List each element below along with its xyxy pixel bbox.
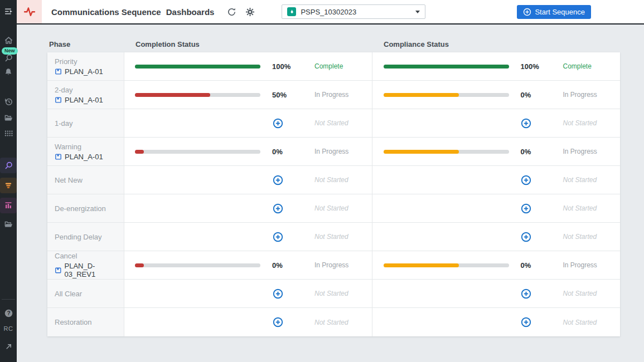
- sidebar-item-filter-tool[interactable]: [0, 178, 17, 193]
- phase-label: Warning: [55, 143, 124, 151]
- status-label: Not Started: [563, 176, 597, 184]
- completion-progress-bar: [135, 65, 260, 69]
- event-flame-icon: [287, 7, 296, 16]
- status-label: Not Started: [314, 176, 348, 184]
- plan-link[interactable]: PLAN_A-01: [55, 153, 124, 161]
- percent-label: 0%: [521, 91, 531, 99]
- plus-circle-icon: [521, 317, 531, 327]
- add-status-button[interactable]: [521, 317, 532, 328]
- phase-cell: 2-day PLAN_A-01: [47, 81, 124, 109]
- table-row: 2-day PLAN_A-01 50%: [47, 81, 620, 109]
- status-label: In Progress: [314, 91, 348, 99]
- sidebar-item-history[interactable]: [0, 95, 17, 108]
- table-row: De-energization: [47, 194, 620, 223]
- gear-icon: [245, 7, 255, 17]
- status-label: Not Started: [314, 319, 348, 326]
- add-status-button[interactable]: [272, 118, 283, 129]
- sidebar-item-files[interactable]: [0, 111, 17, 124]
- page-name: Dashboards: [166, 7, 215, 17]
- plus-circle-icon: [273, 232, 283, 242]
- plan-link[interactable]: PLAN_A-01: [55, 96, 124, 104]
- status-label: Not Started: [563, 204, 597, 212]
- completion-progress-bar: [135, 150, 260, 154]
- sidebar-item-apps[interactable]: [0, 126, 17, 140]
- status-label: Not Started: [314, 204, 348, 212]
- app-name: Communications Sequence: [51, 7, 161, 17]
- completion-progress-bar: [135, 178, 260, 182]
- search-icon: [4, 53, 13, 63]
- plus-circle-icon: [273, 175, 283, 185]
- compliance-cell: Not Started: [372, 194, 621, 222]
- add-status-button[interactable]: [521, 288, 532, 299]
- phase-cell: Cancel PLAN_D-03_REV1: [47, 251, 124, 279]
- sidebar-expand-button[interactable]: [0, 4, 17, 18]
- completion-progress-bar: [135, 121, 260, 125]
- plan-link[interactable]: PLAN_A-01: [55, 67, 124, 76]
- plan-link[interactable]: PLAN_D-03_REV1: [55, 262, 124, 278]
- sidebar-item-external-link[interactable]: [0, 340, 17, 353]
- projects-folder-icon: [4, 219, 13, 229]
- sidebar-item-analytics[interactable]: [0, 198, 17, 213]
- home-icon: [4, 36, 13, 45]
- sidebar-item-notifications[interactable]: [0, 65, 17, 79]
- start-sequence-label: Start Sequence: [535, 8, 585, 16]
- add-status-button[interactable]: [521, 203, 532, 214]
- add-status-button[interactable]: [272, 317, 283, 328]
- sidebar-item-help[interactable]: ?: [0, 306, 17, 320]
- sidebar-expand-icon: [4, 7, 13, 16]
- completion-progress-bar: [135, 292, 260, 296]
- compliance-progress-bar: [384, 178, 509, 182]
- column-header-compliance: Compliance Status: [384, 40, 449, 48]
- completion-cell: 100% Complete: [124, 52, 372, 80]
- sidebar-item-projects[interactable]: [0, 217, 17, 231]
- plan-label: PLAN_A-01: [65, 96, 103, 104]
- sidebar-item-home[interactable]: [0, 33, 17, 47]
- compliance-cell: 0% In Progress: [372, 251, 621, 279]
- add-status-button[interactable]: [521, 118, 532, 129]
- add-status-button[interactable]: [272, 231, 283, 242]
- status-label: Complete: [314, 62, 343, 70]
- phase-cell: Warning PLAN_A-01: [47, 138, 124, 165]
- completion-progress-bar: [135, 263, 260, 267]
- new-badge: New: [2, 47, 18, 55]
- compliance-progress-bar: [384, 235, 509, 239]
- status-label: In Progress: [314, 261, 348, 269]
- compliance-progress-bar: [384, 121, 509, 125]
- table-row: Priority PLAN_A-01 100%: [47, 52, 620, 81]
- add-status-button[interactable]: [521, 231, 532, 242]
- settings-button[interactable]: [244, 6, 256, 18]
- add-status-button[interactable]: [272, 288, 283, 299]
- plan-document-icon: [55, 267, 62, 274]
- event-select[interactable]: PSPS_10302023: [282, 4, 425, 19]
- status-label: Not Started: [563, 119, 597, 127]
- completion-cell: Not Started: [124, 308, 372, 336]
- user-initials[interactable]: RC: [0, 325, 17, 332]
- compliance-cell: Not Started: [372, 223, 621, 251]
- refresh-button[interactable]: [226, 6, 238, 18]
- completion-cell: Not Started: [124, 223, 372, 251]
- bell-icon: [4, 67, 13, 76]
- top-bar: Communications Sequence Dashboards PSPS_…: [17, 0, 644, 25]
- table-row: Restoration: [47, 308, 620, 336]
- page-title: Communications Sequence Dashboards: [51, 7, 214, 17]
- app-logo[interactable]: [17, 0, 42, 23]
- percent-label: 0%: [521, 261, 531, 270]
- plan-label: PLAN_D-03_REV1: [65, 262, 124, 278]
- percent-label: 0%: [272, 261, 283, 270]
- compliance-progress-bar: [384, 263, 509, 267]
- sidebar-item-search-tool[interactable]: [0, 158, 17, 173]
- table-row: Warning PLAN_A-01 0%: [47, 138, 620, 166]
- status-label: In Progress: [563, 148, 597, 155]
- status-label: Not Started: [563, 290, 597, 297]
- add-status-button[interactable]: [521, 174, 532, 185]
- compliance-progress-bar: [384, 207, 509, 211]
- plus-circle-icon: [521, 288, 531, 299]
- add-status-button[interactable]: [272, 203, 283, 214]
- phase-cell: De-energization: [47, 194, 124, 222]
- plus-circle-icon: [521, 175, 531, 185]
- add-status-button[interactable]: [272, 174, 283, 185]
- plus-circle-icon: [521, 232, 531, 242]
- bar-chart-icon: [4, 201, 13, 210]
- start-sequence-button[interactable]: Start Sequence: [517, 5, 591, 19]
- refresh-icon: [227, 7, 236, 17]
